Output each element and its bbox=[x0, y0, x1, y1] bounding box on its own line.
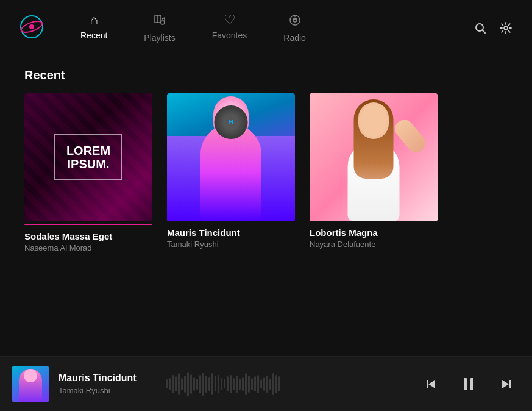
section-title: Recent bbox=[24, 68, 508, 82]
waveform-bar bbox=[187, 372, 189, 396]
waveform-bar bbox=[227, 376, 229, 391]
heart-icon: ♡ bbox=[224, 13, 236, 27]
waveform-bar bbox=[236, 376, 238, 393]
waveform-bar bbox=[233, 378, 235, 390]
waveform-bar bbox=[266, 376, 268, 393]
cards-row: LOREM IPSUM. Sodales Massa Eget Naseema … bbox=[24, 93, 508, 252]
next-button[interactable] bbox=[493, 371, 520, 398]
waveform-bar bbox=[202, 373, 204, 396]
settings-button[interactable] bbox=[499, 21, 512, 35]
tab-recent[interactable]: ⌂ Recent bbox=[74, 11, 113, 45]
card-1-progress bbox=[24, 224, 152, 225]
waveform-bar bbox=[193, 377, 195, 391]
waveform-bar bbox=[208, 377, 210, 391]
header: ⌂ Recent Playlists ♡ Favorites bbox=[0, 0, 532, 56]
card-2[interactable]: H Mauris Tincidunt Tamaki Ryushi bbox=[167, 93, 295, 252]
pause-button[interactable] bbox=[455, 371, 482, 398]
tab-playlists[interactable]: Playlists bbox=[138, 11, 181, 45]
waveform-bar bbox=[199, 375, 201, 393]
waveform-bar bbox=[257, 375, 259, 393]
waveform-bar bbox=[205, 376, 207, 393]
card-2-image: H bbox=[167, 93, 295, 221]
player-thumbnail bbox=[12, 366, 49, 402]
waveform-bar bbox=[196, 379, 198, 390]
tab-recent-label: Recent bbox=[80, 30, 107, 40]
waveform-bar bbox=[248, 376, 250, 393]
waveform-bar bbox=[215, 376, 216, 391]
prev-button[interactable] bbox=[417, 371, 444, 398]
svg-point-2 bbox=[29, 24, 34, 29]
waveform-bar bbox=[269, 379, 271, 390]
waveform-bar bbox=[245, 373, 247, 395]
waveform-bar bbox=[172, 375, 174, 393]
card-1-image: LOREM IPSUM. bbox=[24, 93, 152, 221]
waveform-bar bbox=[169, 378, 171, 390]
player-controls bbox=[417, 371, 520, 398]
waveform-bar bbox=[254, 376, 256, 391]
main-content: Recent LOREM IPSUM. Sodales Massa Eget N… bbox=[0, 56, 532, 356]
card-2-artist: Tamaki Ryushi bbox=[167, 240, 295, 249]
card-3-artist: Nayara Delafuente bbox=[310, 240, 438, 249]
player-waveform bbox=[166, 369, 408, 399]
waveform-bar bbox=[263, 377, 265, 391]
player-thumb-art bbox=[12, 366, 49, 402]
home-icon: ⌂ bbox=[90, 13, 98, 27]
svg-marker-13 bbox=[502, 380, 509, 388]
tab-radio[interactable]: Radio bbox=[277, 11, 312, 45]
card-3[interactable]: Lobortis Magna Nayara Delafuente bbox=[310, 93, 438, 252]
svg-rect-12 bbox=[470, 378, 473, 390]
waveform-bar bbox=[178, 373, 180, 395]
waveform-bar bbox=[190, 374, 192, 394]
waveform-bar bbox=[166, 379, 168, 388]
waveform-bar bbox=[260, 379, 262, 388]
svg-point-8 bbox=[504, 26, 508, 30]
waveform-bar bbox=[218, 375, 219, 393]
tab-favorites-label: Favorites bbox=[212, 30, 247, 40]
waveform-bar bbox=[272, 373, 274, 395]
search-button[interactable] bbox=[473, 21, 487, 35]
lorem-box: LOREM IPSUM. bbox=[54, 134, 122, 180]
card-1[interactable]: LOREM IPSUM. Sodales Massa Eget Naseema … bbox=[24, 93, 152, 252]
waveform-bar bbox=[251, 378, 253, 390]
waveform-bar bbox=[181, 378, 183, 390]
waveform-bar bbox=[278, 376, 280, 391]
card-3-image bbox=[310, 93, 438, 221]
waveform-bar bbox=[239, 379, 241, 390]
svg-rect-11 bbox=[464, 378, 467, 390]
waveform-bars bbox=[166, 369, 280, 399]
app-logo bbox=[20, 15, 50, 41]
player-track-title: Mauris Tincidunt bbox=[59, 373, 156, 384]
header-actions bbox=[473, 21, 512, 35]
waveform-bar bbox=[221, 378, 222, 390]
waveform-bar bbox=[242, 377, 244, 391]
waveform-bar bbox=[230, 375, 232, 393]
tab-playlists-label: Playlists bbox=[144, 33, 175, 43]
player-track-artist: Tamaki Ryushi bbox=[59, 386, 156, 395]
waveform-bar bbox=[184, 376, 186, 393]
playlist-icon bbox=[153, 13, 166, 29]
card-2-title: Mauris Tincidunt bbox=[167, 227, 295, 238]
card-1-artist: Naseema Al Morad bbox=[24, 243, 152, 252]
svg-rect-14 bbox=[509, 380, 511, 388]
card-3-title: Lobortis Magna bbox=[310, 227, 438, 238]
waveform-bar bbox=[175, 376, 177, 391]
player-bar: Mauris Tincidunt Tamaki Ryushi bbox=[0, 356, 532, 411]
waveform-bar bbox=[211, 373, 213, 395]
tab-radio-label: Radio bbox=[283, 33, 306, 43]
card-1-title: Sodales Massa Eget bbox=[24, 231, 152, 241]
svg-rect-10 bbox=[427, 380, 428, 388]
tab-favorites[interactable]: ♡ Favorites bbox=[206, 11, 254, 45]
player-info: Mauris Tincidunt Tamaki Ryushi bbox=[59, 373, 156, 395]
svg-marker-9 bbox=[428, 380, 435, 388]
waveform-bar bbox=[275, 375, 277, 393]
nav-tabs: ⌂ Recent Playlists ♡ Favorites bbox=[74, 11, 449, 45]
radio-icon bbox=[288, 13, 302, 29]
svg-point-4 bbox=[161, 21, 165, 24]
waveform-bar bbox=[224, 379, 225, 388]
